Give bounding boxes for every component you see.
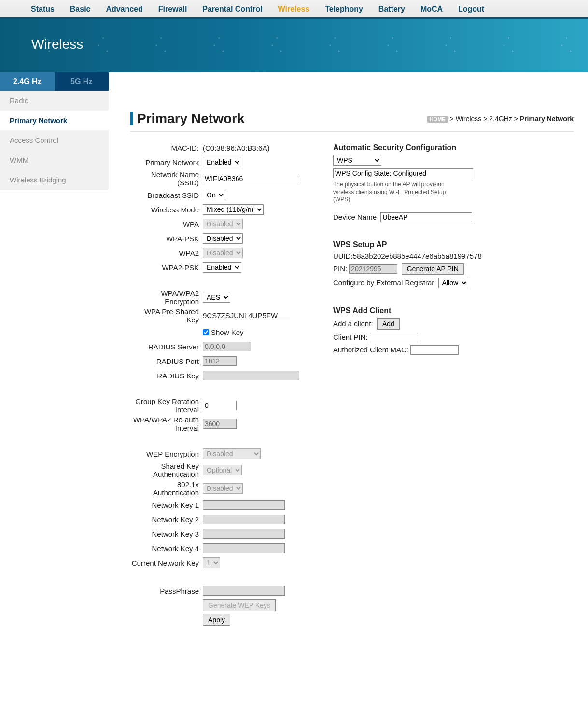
top-nav: Status Basic Advanced Firewall Parental … [0,0,588,19]
wps-setup-ap-title: WPS Setup AP [333,240,574,249]
title-bar-icon [130,112,133,125]
asc-mode-select[interactable]: WPS [333,155,381,166]
wpa2-label: WPA2 [130,249,203,257]
wep-encryption-select: Disabled [203,448,261,459]
network-key-2-label: Network Key 2 [130,515,203,524]
side-menu: Radio Primary Network Access Control WMM… [0,91,109,190]
broadcast-ssid-label: Broadcast SSID [130,191,203,199]
network-key-4-input [203,543,285,553]
sidebar-item-wmm[interactable]: WMM [0,150,109,170]
sidebar-item-primary-network[interactable]: Primary Network [0,111,109,130]
breadcrumb-current: Primary Network [520,115,574,123]
primary-network-select[interactable]: Enabled [203,157,241,167]
radius-key-label: RADIUS Key [130,372,203,380]
wps-config-state [333,168,473,178]
show-key-label: Show Key [211,328,244,336]
band-tab-24g[interactable]: 2.4G Hz [0,72,55,91]
nav-battery[interactable]: Battery [372,3,412,15]
reauth-interval-input [203,419,237,429]
device-name-input[interactable] [380,212,472,222]
sidebar-item-access-control[interactable]: Access Control [0,130,109,150]
asc-title: Automatic Security Configuration [333,143,574,152]
banner-title: Wireless [31,37,83,52]
breadcrumb-band[interactable]: 2.4GHz [489,115,512,123]
show-key-checkbox[interactable] [203,329,209,335]
passphrase-label: PassPhrase [130,587,203,595]
ssid-label: Network Name (SSID) [130,170,203,187]
broadcast-ssid-select[interactable]: On [203,190,225,200]
mac-id-value: (C0:38:96:A0:B3:6A) [203,144,269,152]
shared-key-auth-label: Shared Key Authentication [130,462,203,478]
wireless-mode-select[interactable]: Mixed (11b/g/n) [203,204,264,215]
sidebar-item-radio[interactable]: Radio [0,91,109,111]
wpa2-psk-select[interactable]: Enabled [203,262,241,273]
nav-wireless[interactable]: Wireless [271,3,317,15]
add-client-button[interactable]: Add [377,318,400,330]
uuid-value: 58a3b202eb885e4447e6ab5a81997578 [353,252,482,260]
wpa2-psk-label: WPA2-PSK [130,264,203,272]
network-key-4-label: Network Key 4 [130,544,203,553]
nav-firewall[interactable]: Firewall [152,3,194,15]
wpa-psk-select[interactable]: Disabled [203,233,243,244]
current-network-key-label: Current Network Key [130,559,203,567]
psk-value: 9CS7ZSJUNL4UP5FW [203,311,290,320]
wps-add-client-title: WPS Add Client [333,306,574,315]
wpa-select: Disabled [203,219,243,229]
nav-logout[interactable]: Logout [451,3,491,15]
network-key-1-input [203,500,285,510]
psk-label: WPA Pre-Shared Key [130,307,203,324]
network-key-3-label: Network Key 3 [130,530,203,538]
nav-parental-control[interactable]: Parental Control [196,3,269,15]
page-title: Primary Network [137,111,245,126]
nav-status[interactable]: Status [24,3,61,15]
authorized-mac-label: Authorized Client MAC: [333,346,408,354]
wep-encryption-label: WEP Encryption [130,450,203,458]
encryption-select[interactable]: AES [203,292,230,303]
shared-key-auth-select: Optional [203,465,242,475]
device-name-label: Device Name [333,213,377,221]
passphrase-input [203,586,285,596]
primary-network-label: Primary Network [130,158,203,167]
client-pin-input[interactable] [370,333,418,342]
radius-port-label: RADIUS Port [130,357,203,365]
band-tab-5g[interactable]: 5G Hz [55,72,109,91]
uuid-label: UUID: [333,252,353,260]
breadcrumb: HOME > Wireless > 2.4GHz > Primary Netwo… [427,115,574,123]
apply-button[interactable]: Apply [203,614,230,626]
ssid-input[interactable] [203,174,299,183]
breadcrumb-home[interactable]: HOME [427,116,448,123]
nav-basic[interactable]: Basic [63,3,98,15]
sidebar-item-wireless-bridging[interactable]: Wireless Bridging [0,170,109,190]
reauth-interval-label: WPA/WPA2 Re-auth Interval [130,416,203,432]
nav-telephony[interactable]: Telephony [318,3,370,15]
network-key-2-input [203,515,285,524]
radius-port-input [203,356,237,366]
network-key-1-label: Network Key 1 [130,501,203,509]
banner: Wireless [0,19,588,72]
nav-advanced[interactable]: Advanced [99,3,149,15]
group-key-rotation-label: Group Key Rotation Interval [130,397,203,414]
add-client-label: Add a client: [333,320,373,328]
breadcrumb-wireless[interactable]: Wireless [456,115,482,123]
radius-server-input [203,342,251,351]
client-pin-label: Client PIN: [333,333,368,341]
group-key-rotation-input[interactable] [203,401,237,410]
wireless-mode-label: Wireless Mode [130,206,203,214]
generate-wep-keys-button: Generate WEP Keys [203,599,276,611]
nav-moca[interactable]: MoCA [414,3,449,15]
mac-id-label: MAC-ID: [130,144,203,152]
wpa-label: WPA [130,220,203,228]
generate-ap-pin-button[interactable]: Generate AP PIN [402,263,464,275]
current-network-key-select: 1 [203,557,220,568]
auto-security-panel: Automatic Security Configuration WPS The… [333,141,574,628]
radius-server-label: RADIUS Server [130,343,203,351]
asc-description: The physical button on the AP will provi… [333,181,454,204]
pin-input [349,264,397,274]
external-registrar-label: Configure by External Registrar [333,278,434,287]
pin-label: PIN: [333,265,347,273]
encryption-label: WPA/WPA2 Encryption [130,289,203,306]
radius-key-input [203,371,299,380]
authorized-mac-input[interactable] [410,345,459,355]
wpa2-select: Disabled [203,248,243,258]
external-registrar-select[interactable]: Allow [438,278,468,288]
